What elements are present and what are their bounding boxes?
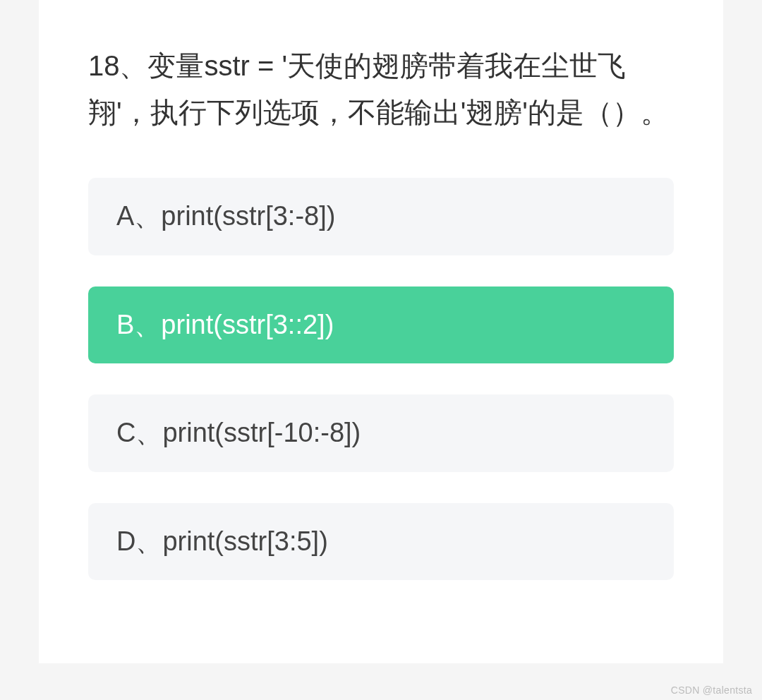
option-b[interactable]: B、print(sstr[3::2]) — [88, 286, 674, 364]
question-card: 18、变量sstr = '天使的翅膀带着我在尘世飞翔'，执行下列选项，不能输出'… — [39, 0, 723, 663]
watermark: CSDN @talentsta — [671, 684, 752, 696]
option-d[interactable]: D、print(sstr[3:5]) — [88, 503, 674, 581]
options-container: A、print(sstr[3:-8]) B、print(sstr[3::2]) … — [88, 178, 674, 580]
option-a[interactable]: A、print(sstr[3:-8]) — [88, 178, 674, 255]
question-text: 18、变量sstr = '天使的翅膀带着我在尘世飞翔'，执行下列选项，不能输出'… — [88, 42, 674, 135]
option-c[interactable]: C、print(sstr[-10:-8]) — [88, 394, 674, 472]
